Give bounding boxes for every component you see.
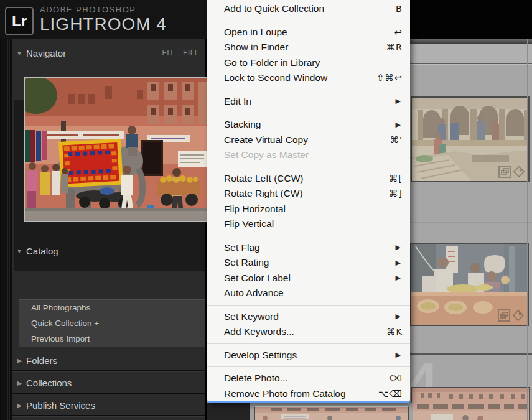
menu-item-auto-advance[interactable]: Auto Advance — [207, 286, 410, 301]
panel-header-publish-services[interactable]: ▶Publish Services — [12, 397, 205, 413]
menu-item-shortcut: ⌥⌫ — [378, 389, 403, 399]
lightroom-window: 4 — [0, 0, 532, 420]
left-panel: ▼ Navigator FIT FILL — [0, 39, 207, 420]
menu-item-add-keywords[interactable]: Add Keywords...⌘K — [207, 324, 410, 340]
menu-item-set-copy-as-master: Set Copy as Master — [207, 147, 410, 163]
menu-item-set-keyword[interactable]: Set Keyword▶ — [207, 309, 410, 325]
menu-separator — [207, 167, 410, 167]
submenu-arrow-icon: ▶ — [396, 243, 403, 251]
menu-item-flip-horizontal[interactable]: Flip Horizontal — [207, 202, 410, 217]
view-mode-fit[interactable]: FIT — [162, 49, 174, 57]
grid-thumbnail-arches[interactable] — [411, 96, 530, 182]
grid-thumbnail-street[interactable] — [254, 406, 409, 420]
context-menu: Add to Quick CollectionBOpen in Loupe↩Sh… — [207, 0, 410, 403]
menu-item-shortcut: ⌘] — [389, 189, 403, 198]
menu-item-show-in-finder[interactable]: Show in Finder⌘R — [207, 40, 410, 55]
catalog-panel-header[interactable]: ▼ Catalog — [12, 243, 205, 259]
menu-item-create-virtual-copy[interactable]: Create Virtual Copy⌘' — [207, 133, 410, 148]
menu-item-label: Flip Vertical — [224, 218, 403, 230]
catalog-item-quick-collection[interactable]: Quick Collection + — [19, 315, 205, 331]
menu-item-label: Set Color Label — [224, 273, 396, 284]
menu-item-open-in-loupe[interactable]: Open in Loupe↩ — [207, 25, 410, 40]
panel-divider — [12, 393, 205, 394]
submenu-arrow-icon: ▶ — [396, 97, 403, 105]
grid-scrollbar-edge[interactable] — [527, 39, 528, 420]
navigator-photo-elephant-scene — [25, 78, 207, 221]
menu-item-label: Lock to Second Window — [224, 72, 376, 83]
menu-separator — [207, 305, 410, 306]
menu-item-label: Stacking — [224, 119, 396, 130]
menu-item-label: Set Flag — [224, 242, 396, 253]
navigator-title: Navigator — [26, 48, 66, 58]
menu-item-set-rating[interactable]: Set Rating▶ — [207, 255, 410, 271]
menu-separator — [207, 113, 410, 113]
panel-divider — [12, 415, 205, 417]
menu-separator — [207, 236, 410, 236]
menu-item-set-color-label[interactable]: Set Color Label▶ — [207, 271, 410, 286]
menu-item-shortcut: ⌘K — [386, 327, 403, 337]
menu-item-stacking[interactable]: Stacking▶ — [207, 117, 410, 133]
menu-item-rotate-right-cw[interactable]: Rotate Right (CW)⌘] — [207, 186, 410, 202]
panel-scroll-ridge[interactable] — [0, 39, 12, 420]
menu-item-shortcut: ⌘[ — [389, 174, 403, 184]
menu-item-label: Set Rating — [224, 257, 396, 268]
menu-item-shortcut: ⌘R — [386, 42, 403, 52]
catalog-item-previous-import[interactable]: Previous Import — [19, 331, 205, 347]
panel-divider — [12, 370, 205, 372]
menu-item-go-to-folder-in-library[interactable]: Go to Folder in Library — [207, 55, 410, 71]
menu-separator — [207, 366, 410, 367]
menu-item-label: Go to Folder in Library — [224, 57, 403, 68]
submenu-arrow-icon: ▶ — [396, 121, 403, 129]
grid-thumbnail-pink-facade[interactable] — [411, 387, 530, 420]
brand-lightroom-4: LIGHTROOM 4 — [40, 16, 167, 33]
submenu-arrow-icon: ▶ — [396, 312, 403, 320]
thumbnail-photo-street — [255, 407, 408, 420]
menu-item-shortcut: ⌘' — [390, 135, 403, 145]
menu-item-shortcut: B — [396, 4, 403, 14]
menu-item-set-flag[interactable]: Set Flag▶ — [207, 240, 410, 256]
disclosure-right-icon: ▶ — [12, 380, 26, 386]
menu-item-delete-photo[interactable]: Delete Photo...⌫ — [207, 371, 410, 386]
keyword-tag-icon — [514, 167, 524, 177]
menu-separator — [207, 343, 410, 344]
menu-item-label: Set Keyword — [224, 311, 396, 322]
submenu-arrow-icon: ▶ — [396, 351, 403, 359]
menu-item-edit-in[interactable]: Edit In▶ — [207, 94, 410, 110]
menu-item-develop-settings[interactable]: Develop Settings▶ — [207, 348, 410, 363]
submenu-arrow-icon: ▶ — [396, 274, 403, 282]
menu-item-rotate-left-ccw[interactable]: Rotate Left (CCW)⌘[ — [207, 171, 410, 187]
navigator-preview-photo[interactable] — [24, 77, 208, 222]
catalog-item-all-photographs[interactable]: All Photographs — [19, 300, 205, 315]
menu-item-delete-rejected-photos[interactable]: Delete Rejected Photos...⌘⌫ — [207, 401, 410, 403]
menu-item-label: Flip Horizontal — [224, 203, 403, 215]
menu-item-label: Rotate Left (CCW) — [224, 173, 389, 184]
brand-adobe-photoshop: ADOBE PHOTOSHOP — [40, 6, 167, 14]
view-mode-fill[interactable]: FILL — [183, 49, 199, 57]
disclosure-down-icon: ▼ — [12, 248, 26, 254]
menu-separator — [207, 90, 410, 90]
panel-header-collections[interactable]: ▶Collections — [12, 375, 205, 391]
panel-title: Publish Services — [26, 400, 95, 411]
catalog-items: All PhotographsQuick Collection +Previou… — [19, 299, 205, 347]
menu-item-label: Open in Loupe — [224, 27, 394, 38]
menu-item-remove-photo-from-catalog[interactable]: Remove Photo from Catalog⌥⌫ — [207, 386, 410, 402]
menu-item-label: Add to Quick Collection — [224, 3, 396, 14]
menu-item-label: Show in Finder — [224, 42, 386, 53]
grid-bottom-dark-gap — [207, 403, 250, 420]
grid-bottom-cell — [250, 403, 413, 420]
menu-item-shortcut: ⇧⌘↩ — [376, 73, 403, 83]
disclosure-right-icon: ▶ — [12, 357, 26, 364]
disclosure-right-icon: ▶ — [12, 402, 26, 409]
menu-item-lock-to-second-window[interactable]: Lock to Second Window⇧⌘↩ — [207, 70, 410, 86]
navigator-panel-header[interactable]: ▼ Navigator FIT FILL — [12, 45, 205, 61]
menu-item-shortcut: ⌫ — [389, 373, 403, 383]
grid-thumbnail-foodstall[interactable] — [409, 243, 529, 326]
panel-header-folders[interactable]: ▶Folders — [12, 352, 205, 368]
app-header: Lr ADOBE PHOTOSHOP LIGHTROOM 4 — [0, 0, 207, 39]
menu-item-add-to-quick-collection[interactable]: Add to Quick CollectionB — [207, 1, 410, 17]
lightroom-logo: Lr — [5, 7, 34, 35]
keyword-tag-icon — [513, 310, 523, 320]
menu-item-flip-vertical[interactable]: Flip Vertical — [207, 217, 410, 232]
menu-item-shortcut: ↩ — [394, 27, 403, 37]
menu-item-label: Auto Advance — [224, 287, 403, 299]
